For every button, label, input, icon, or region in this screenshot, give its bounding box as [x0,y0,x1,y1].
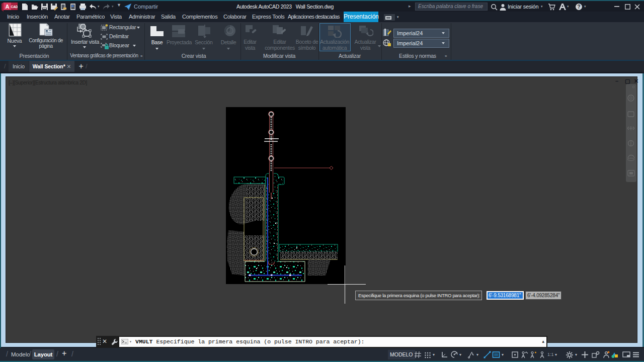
svg-text:?: ? [577,4,580,10]
svg-text:A: A [6,4,10,10]
svg-text:CAD: CAD [11,5,18,9]
